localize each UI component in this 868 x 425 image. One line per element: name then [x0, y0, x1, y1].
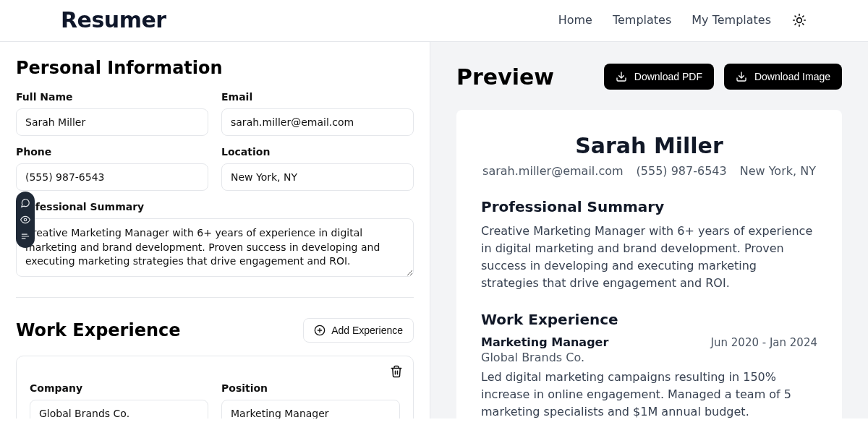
resume-location: New York, NY	[740, 164, 816, 178]
resume-name: Sarah Miller	[481, 133, 817, 158]
app-logo: Resumer	[61, 7, 166, 33]
plus-circle-icon	[314, 325, 326, 336]
resume-job: Marketing Manager Jun 2020 - Jan 2024 Gl…	[481, 335, 817, 418]
experience-card: Company Position Start Date End Date	[16, 356, 414, 418]
label-position: Position	[221, 382, 400, 394]
section-divider	[16, 297, 414, 298]
download-pdf-label: Download PDF	[634, 71, 702, 82]
trash-icon	[390, 365, 403, 378]
svg-point-0	[797, 17, 802, 22]
full-name-input[interactable]	[16, 108, 208, 136]
resume-contact: sarah.miller@email.com (555) 987-6543 Ne…	[481, 164, 817, 178]
add-experience-label: Add Experience	[331, 325, 403, 336]
label-location: Location	[221, 146, 414, 158]
work-section-title: Work Experience	[16, 320, 181, 340]
label-company: Company	[30, 382, 208, 394]
floating-tools	[16, 192, 35, 248]
add-experience-button[interactable]: Add Experience	[303, 318, 414, 343]
top-header: Resumer Home Templates My Templates	[0, 0, 868, 42]
summary-textarea[interactable]: Creative Marketing Manager with 6+ years…	[16, 218, 414, 277]
nav-templates[interactable]: Templates	[613, 13, 671, 27]
eye-icon[interactable]	[20, 214, 31, 226]
resume-summary-title: Professional Summary	[481, 198, 817, 215]
svg-point-2	[24, 218, 27, 221]
resume-summary-body: Creative Marketing Manager with 6+ years…	[481, 223, 817, 292]
download-image-label: Download Image	[754, 71, 830, 82]
resume-job-company: Global Brands Co.	[481, 351, 817, 364]
phone-input[interactable]	[16, 163, 208, 191]
resume-email: sarah.miller@email.com	[482, 164, 623, 178]
resume-paper: Sarah Miller sarah.miller@email.com (555…	[456, 110, 842, 418]
location-input[interactable]	[221, 163, 414, 191]
resume-job-desc: Led digital marketing campaigns resultin…	[481, 369, 817, 418]
position-input[interactable]	[221, 400, 400, 418]
label-full-name: Full Name	[16, 91, 208, 103]
resume-work-title: Work Experience	[481, 311, 817, 328]
label-summary: Professional Summary	[16, 201, 414, 212]
company-input[interactable]	[30, 400, 208, 418]
chat-icon[interactable]	[20, 197, 31, 209]
theme-toggle-icon[interactable]	[791, 12, 807, 28]
editor-pane: Personal Information Full Name Email Pho…	[0, 42, 430, 418]
resume-job-dates: Jun 2020 - Jan 2024	[711, 336, 817, 349]
personal-section-title: Personal Information	[16, 58, 414, 78]
email-input[interactable]	[221, 108, 414, 136]
primary-nav: Home Templates My Templates	[558, 12, 807, 28]
label-email: Email	[221, 91, 414, 103]
download-icon	[736, 71, 747, 82]
download-image-button[interactable]: Download Image	[724, 64, 842, 90]
download-pdf-button[interactable]: Download PDF	[604, 64, 714, 90]
resume-phone: (555) 987-6543	[637, 164, 727, 178]
delete-experience-button[interactable]	[390, 365, 403, 381]
nav-home[interactable]: Home	[558, 13, 592, 27]
preview-title: Preview	[456, 64, 554, 90]
label-phone: Phone	[16, 146, 208, 158]
download-icon	[616, 71, 627, 82]
resume-job-title: Marketing Manager	[481, 335, 608, 349]
preview-pane: Preview Download PDF Download Image Sara…	[430, 42, 868, 418]
align-icon[interactable]	[20, 231, 31, 242]
nav-my-templates[interactable]: My Templates	[692, 13, 771, 27]
